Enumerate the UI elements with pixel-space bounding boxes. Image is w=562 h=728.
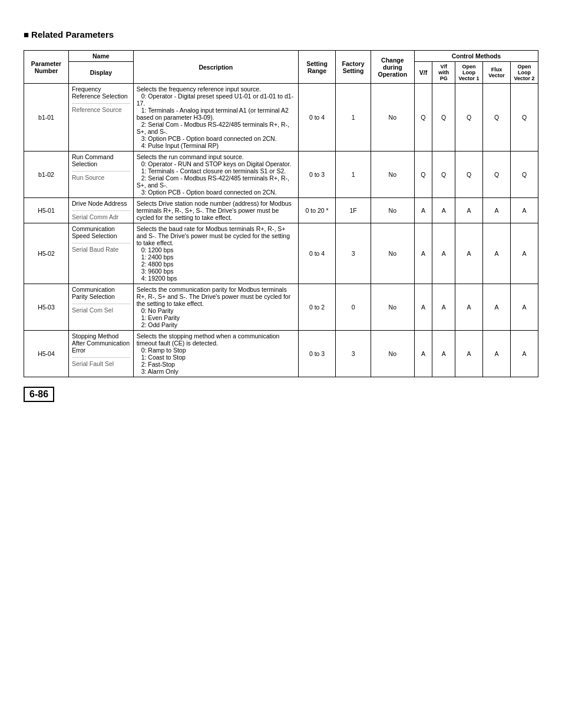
header-factory-setting: Factory Setting — [336, 51, 371, 84]
header-open-loop-vector-1: Open Loop Vector 1 — [455, 62, 483, 84]
table-row-ctrl-vf-5: A — [414, 331, 432, 377]
table-row-ctrl-open_loop_vector_1-5: A — [455, 331, 483, 377]
table-row-change-3: No — [371, 223, 414, 284]
table-row-name-2: Drive Node AddressSerial Comm Adr — [69, 198, 134, 223]
header-vf: V/f — [414, 62, 432, 84]
table-row-factory-0: 1 — [336, 84, 371, 151]
header-name: Name — [69, 51, 134, 62]
table-row-desc-3: Selects the baud rate for Modbus termina… — [133, 223, 298, 284]
table-row-ctrl-vf-0: Q — [414, 84, 432, 151]
table-row-name-1: Run Command SelectionRun Source — [69, 151, 134, 198]
table-row-range-3: 0 to 4 — [298, 223, 335, 284]
table-row-ctrl-vf_with_pg-2: A — [432, 198, 455, 223]
table-row-param-1: b1-02 — [24, 151, 69, 198]
page-title: Related Parameters — [24, 29, 538, 39]
header-description: Description — [133, 51, 298, 84]
table-row-ctrl-open_loop_vector_1-0: Q — [455, 84, 483, 151]
table-row-ctrl-open_loop_vector_2-0: Q — [511, 84, 538, 151]
table-row-change-4: No — [371, 284, 414, 331]
header-vf-with-pg: V/f with PG — [432, 62, 455, 84]
table-row-range-5: 0 to 3 — [298, 331, 335, 377]
table-row-ctrl-flux_vector-0: Q — [483, 84, 511, 151]
header-setting-range: Setting Range — [298, 51, 335, 84]
table-row-factory-2: 1F — [336, 198, 371, 223]
table-row-change-5: No — [371, 331, 414, 377]
table-row-ctrl-open_loop_vector_1-3: A — [455, 223, 483, 284]
table-row-ctrl-open_loop_vector_1-4: A — [455, 284, 483, 331]
table-row-ctrl-flux_vector-3: A — [483, 223, 511, 284]
table-row-ctrl-flux_vector-5: A — [483, 331, 511, 377]
header-param-number: Parameter Number — [24, 51, 69, 84]
table-row-ctrl-open_loop_vector_1-2: A — [455, 198, 483, 223]
table-row-ctrl-open_loop_vector_2-1: Q — [511, 151, 538, 198]
table-row-param-0: b1-01 — [24, 84, 69, 151]
table-row-change-0: No — [371, 84, 414, 151]
table-row-ctrl-vf_with_pg-0: Q — [432, 84, 455, 151]
table-row-ctrl-flux_vector-2: A — [483, 198, 511, 223]
table-row-ctrl-vf_with_pg-1: Q — [432, 151, 455, 198]
header-display: Display — [69, 62, 134, 84]
table-row-ctrl-vf-3: A — [414, 223, 432, 284]
table-row-ctrl-vf-1: Q — [414, 151, 432, 198]
parameters-table: Parameter Number Name Description Settin… — [24, 50, 538, 377]
table-row-desc-4: Selects the communication parity for Mod… — [133, 284, 298, 331]
table-row-ctrl-vf_with_pg-4: A — [432, 284, 455, 331]
table-row-ctrl-vf_with_pg-5: A — [432, 331, 455, 377]
table-row-factory-4: 0 — [336, 284, 371, 331]
table-row-ctrl-flux_vector-1: Q — [483, 151, 511, 198]
table-row-desc-2: Selects Drive station node number (addre… — [133, 198, 298, 223]
table-row-name-5: Stopping Method After Communication Erro… — [69, 331, 134, 377]
table-row-param-4: H5-03 — [24, 284, 69, 331]
table-row-param-3: H5-02 — [24, 223, 69, 284]
table-row-desc-0: Selects the frequency reference input so… — [133, 84, 298, 151]
table-row-factory-3: 3 — [336, 223, 371, 284]
table-row-name-0: Frequency Reference SelectionReference S… — [69, 84, 134, 151]
table-row-range-1: 0 to 3 — [298, 151, 335, 198]
page-number-box: 6-86 — [24, 387, 54, 402]
table-row-ctrl-open_loop_vector_2-3: A — [511, 223, 538, 284]
table-row-ctrl-vf-2: A — [414, 198, 432, 223]
table-row-range-0: 0 to 4 — [298, 84, 335, 151]
table-row-change-1: No — [371, 151, 414, 198]
header-flux-vector: Flux Vector — [483, 62, 511, 84]
table-row-range-4: 0 to 2 — [298, 284, 335, 331]
table-row-factory-5: 3 — [336, 331, 371, 377]
table-row-param-2: H5-01 — [24, 198, 69, 223]
header-open-loop-vector-2: Open Loop Vector 2 — [511, 62, 538, 84]
table-row-param-5: H5-04 — [24, 331, 69, 377]
table-row-ctrl-open_loop_vector_2-5: A — [511, 331, 538, 377]
table-row-ctrl-vf_with_pg-3: A — [432, 223, 455, 284]
table-row-change-2: No — [371, 198, 414, 223]
table-row-factory-1: 1 — [336, 151, 371, 198]
table-row-desc-1: Selects the run command input source.0: … — [133, 151, 298, 198]
table-row-ctrl-open_loop_vector_2-4: A — [511, 284, 538, 331]
table-row-ctrl-open_loop_vector_2-2: A — [511, 198, 538, 223]
header-control-methods: Control Methods — [414, 51, 538, 62]
table-row-name-4: Communication Parity SelectionSerial Com… — [69, 284, 134, 331]
table-row-ctrl-open_loop_vector_1-1: Q — [455, 151, 483, 198]
header-change-during-op: Change during Operation — [371, 51, 414, 84]
table-row-name-3: Communication Speed SelectionSerial Baud… — [69, 223, 134, 284]
table-row-range-2: 0 to 20 * — [298, 198, 335, 223]
table-row-desc-5: Selects the stopping method when a commu… — [133, 331, 298, 377]
table-row-ctrl-flux_vector-4: A — [483, 284, 511, 331]
table-row-ctrl-vf-4: A — [414, 284, 432, 331]
